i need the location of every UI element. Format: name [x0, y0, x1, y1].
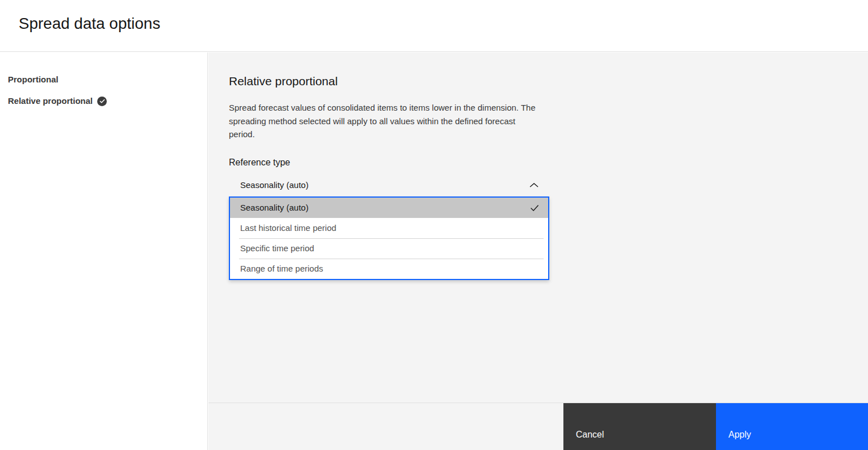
dropdown-option-label: Seasonality (auto): [240, 203, 309, 212]
dropdown-option-last-historical-time-period[interactable]: Last historical time period: [230, 218, 548, 238]
section-heading: Relative proportional: [229, 73, 868, 89]
reference-type-label: Reference type: [229, 156, 868, 169]
main-content: Relative proportional Spread forecast va…: [209, 53, 868, 280]
cancel-button[interactable]: Cancel: [563, 403, 716, 450]
sidebar-item-label: Relative proportional: [8, 95, 93, 107]
dropdown-option-label: Range of time periods: [240, 264, 323, 273]
reference-type-dropdown-menu: Seasonality (auto) Last historical time …: [229, 196, 549, 280]
reference-type-dropdown: Seasonality (auto) Seasonality (auto): [229, 174, 549, 280]
dropdown-option-seasonality-auto[interactable]: Seasonality (auto): [230, 198, 548, 218]
sidebar: Proportional Relative proportional: [0, 53, 208, 450]
chevron-up-icon: [529, 182, 539, 188]
section-description: Spread forecast values of consolidated i…: [229, 101, 539, 141]
dialog-title: Spread data options: [19, 15, 160, 33]
dropdown-option-range-of-time-periods[interactable]: Range of time periods: [230, 259, 548, 279]
sidebar-item-label: Proportional: [8, 74, 58, 85]
main-panel: Relative proportional Spread forecast va…: [209, 53, 868, 403]
dropdown-option-specific-time-period[interactable]: Specific time period: [230, 238, 548, 259]
dropdown-selected-value: Seasonality (auto): [240, 180, 309, 190]
reference-type-dropdown-trigger[interactable]: Seasonality (auto): [229, 174, 549, 196]
dialog-header: Spread data options: [0, 0, 868, 52]
sidebar-item-proportional[interactable]: Proportional: [8, 74, 199, 85]
sidebar-item-relative-proportional[interactable]: Relative proportional: [8, 95, 199, 107]
checkmark-icon: [530, 204, 539, 211]
dialog-footer: Cancel Apply: [209, 403, 868, 450]
apply-button[interactable]: Apply: [716, 403, 868, 450]
dropdown-option-label: Last historical time period: [240, 223, 336, 233]
check-circle-icon: [97, 97, 107, 106]
dropdown-option-label: Specific time period: [240, 243, 314, 253]
